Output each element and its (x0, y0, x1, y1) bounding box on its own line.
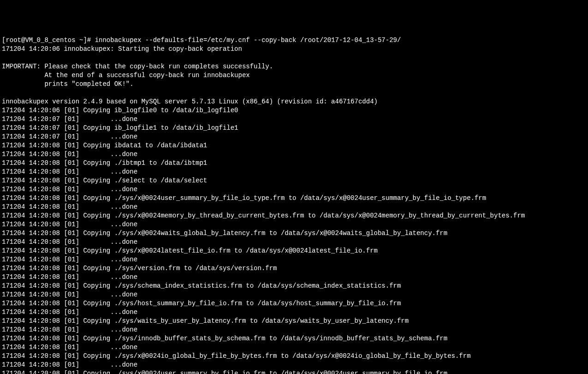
log-line: 171204 14:20:08 [01] ...done (2, 221, 137, 228)
log-line: 171204 14:20:08 [01] Copying ./ibtmp1 to… (2, 159, 207, 167)
terminal-output[interactable]: [root@VM_0_8_centos ~]# innobackupex --d… (2, 36, 586, 374)
log-line: 171204 14:20:08 [01] ...done (2, 291, 137, 298)
log-line: 171204 14:20:08 [01] ...done (2, 326, 137, 333)
log-line: 171204 14:20:06 [01] Copying ib_logfile0… (2, 107, 238, 114)
log-line: 171204 14:20:08 [01] Copying ./sys/x@002… (2, 194, 486, 202)
log-line: 171204 14:20:08 [01] ...done (2, 361, 137, 368)
log-line: 171204 14:20:07 [01] Copying ib_logfile1… (2, 124, 238, 132)
log-line: 171204 14:20:08 [01] Copying ./sys/x@002… (2, 212, 525, 219)
log-line: 171204 14:20:08 [01] ...done (2, 238, 137, 246)
log-line: 171204 14:20:08 [01] Copying ibdata1 to … (2, 142, 207, 149)
log-line: 171204 14:20:08 [01] ...done (2, 273, 137, 281)
log-line: 171204 14:20:08 [01] ...done (2, 151, 137, 158)
log-line: 171204 14:20:08 [01] Copying ./sys/x@002… (2, 247, 378, 254)
log-line: 171204 14:20:08 [01] Copying ./sys/x@002… (2, 229, 447, 237)
important-notice: IMPORTANT: Please check that the copy-ba… (2, 63, 273, 70)
log-line: 171204 14:20:08 [01] ...done (2, 168, 137, 175)
log-line: 171204 14:20:08 [01] Copying ./sys/waits… (2, 317, 409, 325)
log-line: 171204 14:20:08 [01] Copying ./sys/x@002… (2, 370, 447, 374)
log-line: 171204 14:20:08 [01] ...done (2, 256, 137, 263)
log-line: 171204 14:20:08 [01] ...done (2, 203, 137, 211)
command-text: innobackupex --defaults-file=/etc/my.cnf… (95, 36, 401, 44)
log-line: 171204 14:20:08 [01] Copying ./select to… (2, 177, 207, 184)
log-line: 171204 14:20:08 [01] ...done (2, 344, 137, 351)
version-line: innobackupex version 2.4.9 based on MySQ… (2, 98, 378, 105)
log-line: 171204 14:20:08 [01] ...done (2, 308, 137, 316)
important-notice: prints "completed OK!". (2, 80, 134, 88)
log-line: 171204 14:20:07 [01] ...done (2, 133, 137, 140)
log-line: 171204 14:20:08 [01] Copying ./sys/schem… (2, 282, 401, 290)
log-line: 171204 14:20:08 [01] Copying ./sys/innod… (2, 335, 447, 342)
log-line: 171204 14:20:08 [01] Copying ./sys/host_… (2, 300, 401, 307)
log-line: 171204 14:20:07 [01] ...done (2, 115, 137, 123)
log-line: 171204 14:20:08 [01] Copying ./sys/versi… (2, 265, 277, 272)
log-line: 171204 14:20:06 innobackupex: Starting t… (2, 45, 242, 53)
shell-prompt: [root@VM_0_8_centos ~]# (2, 36, 95, 44)
log-line: 171204 14:20:08 [01] ...done (2, 186, 137, 193)
log-line: 171204 14:20:08 [01] Copying ./sys/x@002… (2, 352, 471, 360)
important-notice: At the end of a successful copy-back run… (2, 72, 250, 79)
